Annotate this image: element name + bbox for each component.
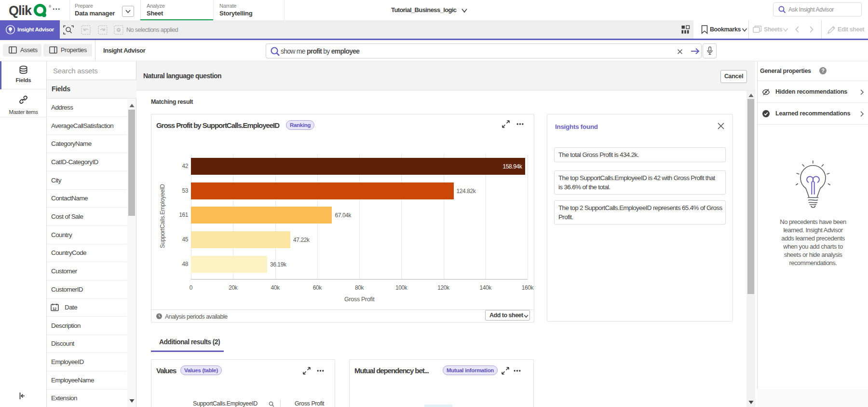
svg-text:12: 12: [53, 307, 57, 311]
svg-text:®: ®: [49, 5, 52, 8]
svg-text:SupportCalls.EmployeeID: SupportCalls.EmployeeID: [159, 184, 166, 248]
svg-text:Qlik: Qlik: [9, 3, 32, 18]
